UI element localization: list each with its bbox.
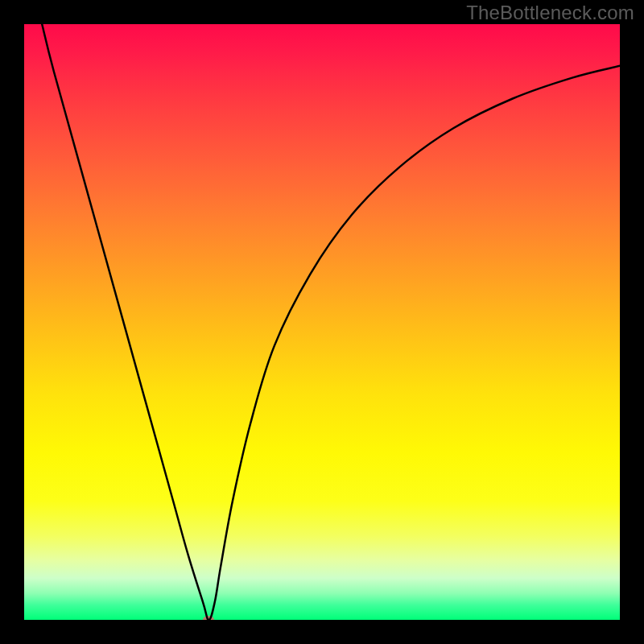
curve-svg (24, 24, 620, 620)
plot-area (24, 24, 620, 620)
watermark-text: TheBottleneck.com (466, 2, 634, 24)
bottleneck-curve-path (42, 24, 620, 620)
chart-stage: TheBottleneck.com (0, 0, 644, 644)
